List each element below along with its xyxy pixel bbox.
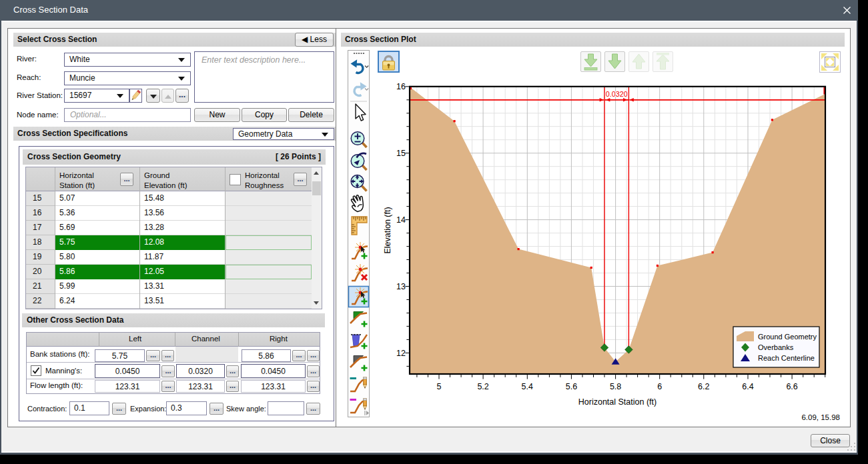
svg-text:6.2: 6.2 [698, 382, 709, 391]
svg-text:5.2: 5.2 [477, 382, 488, 391]
svg-text:Reach Centerline: Reach Centerline [758, 354, 815, 362]
svg-text:Elevation (ft): Elevation (ft) [383, 207, 392, 253]
svg-text:16: 16 [396, 82, 406, 91]
svg-text:6.6: 6.6 [786, 382, 797, 391]
svg-text:12: 12 [396, 349, 406, 358]
svg-text:Ground Geometry: Ground Geometry [758, 333, 817, 341]
svg-text:5.6: 5.6 [566, 382, 577, 391]
svg-text:14: 14 [396, 215, 406, 225]
svg-text:5.4: 5.4 [522, 382, 533, 391]
svg-text:6.09, 15.98: 6.09, 15.98 [801, 413, 840, 421]
svg-text:6: 6 [657, 382, 662, 391]
svg-text:15: 15 [396, 149, 406, 158]
svg-text:Overbanks: Overbanks [758, 343, 794, 351]
svg-text:5.8: 5.8 [610, 382, 621, 391]
svg-text:Horizontal Station (ft): Horizontal Station (ft) [578, 397, 657, 407]
svg-text:13: 13 [396, 282, 406, 291]
svg-text:5: 5 [437, 382, 442, 391]
svg-text:6.4: 6.4 [742, 382, 753, 391]
svg-text:0.0320: 0.0320 [606, 90, 628, 98]
